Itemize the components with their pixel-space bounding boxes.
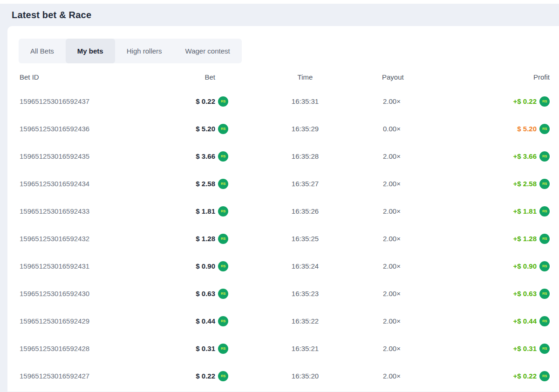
tab-my-bets[interactable]: My bets <box>66 39 115 63</box>
brl-coin-icon: R$ <box>218 124 228 134</box>
bet-profit: $ 5.20 R$ <box>438 124 550 134</box>
brl-coin-icon: R$ <box>218 179 228 189</box>
tab-wager-contest[interactable]: Wager contest <box>174 39 242 63</box>
brl-coin-icon: R$ <box>218 371 228 381</box>
profit-value: +$ 3.66 <box>513 152 537 160</box>
coin-label: R$ <box>542 264 547 268</box>
bet-id: 159651253016592427 <box>20 372 154 380</box>
table-row: 159651253016592431 $ 0.90 R$ 16:35:24 2.… <box>7 252 559 280</box>
profit-value: +$ 2.58 <box>513 180 537 188</box>
profit-value: $ 5.20 <box>517 125 537 133</box>
bet-value: $ 1.28 <box>196 235 215 243</box>
profit-value: +$ 0.22 <box>513 372 537 380</box>
bet-amount: $ 3.66 R$ <box>154 151 228 162</box>
tab-high-rollers[interactable]: High rollers <box>115 39 174 63</box>
bet-payout: 2.00× <box>382 345 438 352</box>
table-row: 159651253016592427 $ 0.22 R$ 16:35:20 2.… <box>7 362 559 390</box>
brl-coin-icon: R$ <box>539 316 550 326</box>
bet-time: 16:35:21 <box>228 345 382 352</box>
brl-coin-icon: R$ <box>539 289 550 299</box>
bet-payout: 2.00× <box>382 207 438 215</box>
brl-coin-icon: R$ <box>218 344 228 354</box>
coin-label: R$ <box>221 182 225 186</box>
table-body: 159651253016592437 $ 0.22 R$ 16:35:31 2.… <box>7 88 559 390</box>
bet-value: $ 0.22 <box>196 97 215 105</box>
bet-payout: 2.00× <box>382 262 438 270</box>
bet-profit: +$ 1.28 R$ <box>438 234 550 244</box>
coin-label: R$ <box>221 319 225 323</box>
bet-value: $ 1.81 <box>196 207 215 215</box>
table-row: 159651253016592428 $ 0.31 R$ 16:35:21 2.… <box>7 335 559 362</box>
profit-value: +$ 0.63 <box>513 290 537 297</box>
bet-time: 16:35:24 <box>228 262 382 270</box>
brl-coin-icon: R$ <box>539 234 550 244</box>
col-header-profit: Profit <box>438 73 550 81</box>
brl-coin-icon: R$ <box>218 96 228 107</box>
table-row: 159651253016592434 $ 2.58 R$ 16:35:27 2.… <box>7 170 559 197</box>
bet-value: $ 5.20 <box>196 125 215 133</box>
coin-label: R$ <box>542 291 547 296</box>
bet-amount: $ 5.20 R$ <box>154 124 228 134</box>
bet-time: 16:35:28 <box>228 152 382 160</box>
bet-value: $ 0.44 <box>196 317 215 325</box>
bet-payout: 2.00× <box>382 317 438 325</box>
bet-id: 159651253016592431 <box>20 262 154 270</box>
bet-value: $ 3.66 <box>196 152 215 160</box>
bet-payout: 2.00× <box>382 152 438 160</box>
bet-amount: $ 1.81 R$ <box>154 206 228 216</box>
profit-value: +$ 0.31 <box>513 345 537 352</box>
bet-amount: $ 0.44 R$ <box>154 316 228 326</box>
bet-payout: 2.00× <box>382 372 438 380</box>
bet-time: 16:35:29 <box>228 125 382 133</box>
bet-value: $ 0.63 <box>196 290 215 297</box>
tab-all-bets[interactable]: All Bets <box>19 39 66 63</box>
profit-value: +$ 0.22 <box>513 97 537 105</box>
bet-profit: +$ 1.81 R$ <box>438 206 550 216</box>
bet-value: $ 0.90 <box>196 262 215 270</box>
bet-payout: 2.00× <box>382 235 438 243</box>
profit-value: +$ 0.90 <box>513 262 537 270</box>
brl-coin-icon: R$ <box>539 206 550 216</box>
coin-label: R$ <box>221 237 225 241</box>
bet-time: 16:35:20 <box>228 372 382 380</box>
bet-id: 159651253016592434 <box>20 180 154 188</box>
coin-label: R$ <box>221 374 225 378</box>
table-row: 159651253016592435 $ 3.66 R$ 16:35:28 2.… <box>7 142 559 170</box>
bet-profit: +$ 3.66 R$ <box>438 151 550 162</box>
col-header-payout: Payout <box>382 73 438 81</box>
coin-label: R$ <box>221 264 225 268</box>
bet-id: 159651253016592429 <box>20 317 154 325</box>
coin-label: R$ <box>542 374 547 378</box>
coin-label: R$ <box>542 209 547 213</box>
bet-amount: $ 0.31 R$ <box>154 344 228 354</box>
bet-payout: 2.00× <box>382 97 438 105</box>
coin-label: R$ <box>221 99 225 103</box>
bet-id: 159651253016592430 <box>20 290 154 297</box>
table-row: 159651253016592429 $ 0.44 R$ 16:35:22 2.… <box>7 307 559 335</box>
brl-coin-icon: R$ <box>539 96 550 107</box>
coin-label: R$ <box>542 182 547 186</box>
top-strip <box>0 0 559 4</box>
bet-profit: +$ 0.22 R$ <box>438 371 550 381</box>
brl-coin-icon: R$ <box>539 344 550 354</box>
table-header-row: Bet ID Bet Time Payout Profit <box>7 66 559 88</box>
profit-value: +$ 1.28 <box>513 235 537 243</box>
table-row: 159651253016592436 $ 5.20 R$ 16:35:29 0.… <box>7 115 559 142</box>
bet-amount: $ 0.90 R$ <box>154 261 228 271</box>
bet-amount: $ 0.22 R$ <box>154 96 228 107</box>
bet-amount: $ 0.63 R$ <box>154 289 228 299</box>
coin-label: R$ <box>542 346 547 351</box>
profit-value: +$ 1.81 <box>513 207 537 215</box>
bet-profit: +$ 0.63 R$ <box>438 289 550 299</box>
table-row: 159651253016592430 $ 0.63 R$ 16:35:23 2.… <box>7 280 559 307</box>
bet-payout: 0.00× <box>382 125 438 133</box>
bet-time: 16:35:25 <box>228 235 382 243</box>
bet-amount: $ 1.28 R$ <box>154 234 228 244</box>
bet-id: 159651253016592436 <box>20 125 154 133</box>
bet-time: 16:35:22 <box>228 317 382 325</box>
bet-time: 16:35:27 <box>228 180 382 188</box>
col-header-bet-id: Bet ID <box>20 73 154 81</box>
brl-coin-icon: R$ <box>218 316 228 326</box>
brl-coin-icon: R$ <box>218 206 228 216</box>
bet-profit: +$ 0.31 R$ <box>438 344 550 354</box>
